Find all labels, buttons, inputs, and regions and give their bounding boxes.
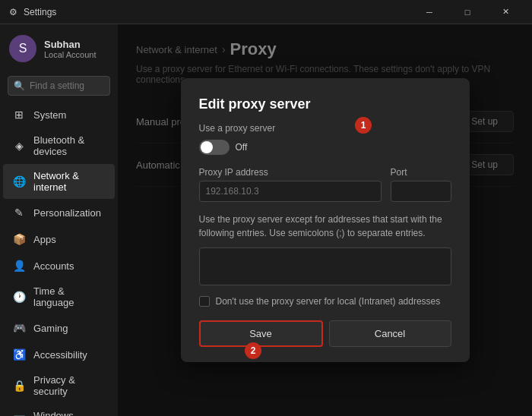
sidebar-item-apps[interactable]: 📦 Apps bbox=[3, 226, 115, 252]
port-label: Port bbox=[391, 167, 451, 178]
title-bar-label: Settings bbox=[24, 7, 56, 17]
sidebar-label-privacy: Privacy & security bbox=[33, 374, 106, 397]
time-icon: 🕐 bbox=[12, 290, 26, 304]
dialog-info-text: Use the proxy server except for addresse… bbox=[199, 213, 451, 240]
sidebar-item-bluetooth[interactable]: ◈ Bluetooth & devices bbox=[3, 128, 115, 163]
dialog-title: Edit proxy server bbox=[199, 96, 451, 112]
sidebar-label-personalization: Personalization bbox=[33, 207, 101, 219]
sidebar-item-windows-update[interactable]: 🔄 Windows Update bbox=[3, 404, 115, 416]
sidebar: S Subhan Local Account 🔍 ⊞ System ◈ Blue… bbox=[0, 24, 118, 416]
proxy-ip-input[interactable] bbox=[199, 181, 382, 202]
user-name: Subhan bbox=[44, 39, 97, 50]
search-icon: 🔍 bbox=[14, 80, 25, 91]
dialog-toggle-track bbox=[199, 140, 230, 155]
title-bar-controls: ─ □ ✕ bbox=[412, 0, 523, 24]
privacy-icon: 🔒 bbox=[12, 379, 26, 392]
dialog-toggle-thumb bbox=[201, 141, 213, 153]
sidebar-label-update: Windows Update bbox=[33, 410, 106, 416]
title-bar: ⚙ Settings ─ □ ✕ bbox=[0, 0, 532, 24]
system-icon: ⊞ bbox=[12, 108, 26, 121]
sidebar-label-system: System bbox=[33, 109, 66, 121]
sidebar-label-gaming: Gaming bbox=[33, 323, 68, 334]
port-input[interactable] bbox=[391, 181, 451, 202]
search-box[interactable]: 🔍 bbox=[8, 76, 110, 96]
dialog-buttons: Save Cancel bbox=[199, 320, 451, 347]
dialog-toggle-row: Off bbox=[199, 140, 451, 155]
sidebar-label-network: Network & internet bbox=[33, 170, 106, 193]
sidebar-label-time: Time & language bbox=[33, 285, 106, 308]
dialog-proxy-toggle[interactable]: Off bbox=[199, 140, 248, 155]
sidebar-label-bluetooth: Bluetooth & devices bbox=[33, 134, 106, 157]
cancel-button[interactable]: Cancel bbox=[329, 320, 451, 347]
sidebar-item-accessibility[interactable]: ♿ Accessibility bbox=[3, 342, 115, 367]
close-button[interactable]: ✕ bbox=[488, 0, 523, 24]
sidebar-item-accounts[interactable]: 👤 Accounts bbox=[3, 253, 115, 279]
user-info: Subhan Local Account bbox=[44, 39, 97, 59]
dialog-overlay: Edit proxy server Use a proxy server Off… bbox=[118, 24, 532, 416]
proxy-fields-row: Proxy IP address Port bbox=[199, 167, 451, 202]
annotation-circle-1: 1 bbox=[355, 117, 372, 134]
sidebar-label-accessibility: Accessibility bbox=[33, 349, 87, 361]
port-group: Port bbox=[391, 167, 451, 202]
use-proxy-label: Use a proxy server bbox=[199, 123, 451, 134]
bluetooth-icon: ◈ bbox=[12, 139, 26, 153]
exceptions-input[interactable] bbox=[199, 247, 451, 285]
title-bar-left: ⚙ Settings bbox=[9, 7, 56, 17]
avatar: S bbox=[9, 35, 36, 62]
user-profile[interactable]: S Subhan Local Account bbox=[0, 24, 118, 73]
sidebar-item-network[interactable]: 🌐 Network & internet bbox=[3, 164, 115, 199]
settings-icon: ⚙ bbox=[9, 7, 17, 17]
minimize-button[interactable]: ─ bbox=[412, 0, 447, 24]
sidebar-item-privacy[interactable]: 🔒 Privacy & security bbox=[3, 368, 115, 403]
checkbox-row[interactable]: Don't use the proxy server for local (In… bbox=[199, 296, 451, 307]
annotation-circle-2: 2 bbox=[245, 342, 261, 359]
dialog-toggle-label: Off bbox=[236, 142, 248, 153]
maximize-button[interactable]: □ bbox=[450, 0, 485, 24]
sidebar-item-time[interactable]: 🕐 Time & language bbox=[3, 279, 115, 314]
apps-icon: 📦 bbox=[12, 232, 26, 246]
local-proxy-checkbox[interactable] bbox=[199, 296, 210, 307]
gaming-icon: 🎮 bbox=[12, 321, 26, 335]
sidebar-label-accounts: Accounts bbox=[33, 260, 74, 272]
edit-proxy-dialog: Edit proxy server Use a proxy server Off… bbox=[181, 78, 470, 362]
sidebar-item-gaming[interactable]: 🎮 Gaming bbox=[3, 315, 115, 341]
proxy-ip-label: Proxy IP address bbox=[199, 167, 382, 178]
main-content: Network & internet › Proxy Use a proxy s… bbox=[118, 24, 532, 416]
personalization-icon: ✎ bbox=[12, 206, 26, 219]
sidebar-item-system[interactable]: ⊞ System bbox=[3, 102, 115, 128]
sidebar-label-apps: Apps bbox=[33, 234, 56, 245]
checkbox-label: Don't use the proxy server for local (In… bbox=[216, 296, 441, 307]
accessibility-icon: ♿ bbox=[12, 348, 26, 361]
sidebar-item-personalization[interactable]: ✎ Personalization bbox=[3, 200, 115, 225]
sidebar-nav: ⊞ System ◈ Bluetooth & devices 🌐 Network… bbox=[0, 102, 118, 416]
save-button[interactable]: Save bbox=[199, 320, 323, 347]
app-container: S Subhan Local Account 🔍 ⊞ System ◈ Blue… bbox=[0, 24, 532, 416]
proxy-ip-group: Proxy IP address bbox=[199, 167, 382, 202]
accounts-icon: 👤 bbox=[12, 259, 26, 273]
user-account-type: Local Account bbox=[44, 50, 97, 59]
network-icon: 🌐 bbox=[12, 175, 26, 188]
